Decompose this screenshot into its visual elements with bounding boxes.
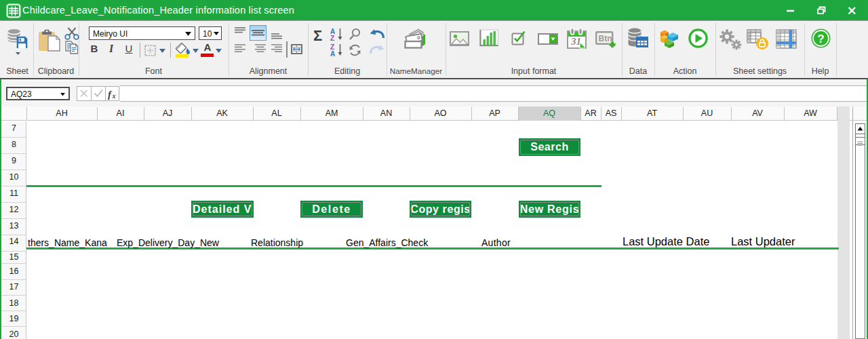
svg-text:A: A bbox=[330, 50, 335, 56]
svg-text:x: x bbox=[112, 92, 116, 100]
svg-text:Btn: Btn bbox=[599, 34, 612, 43]
svg-text:?: ? bbox=[817, 33, 824, 45]
svg-text:Z: Z bbox=[330, 35, 334, 41]
